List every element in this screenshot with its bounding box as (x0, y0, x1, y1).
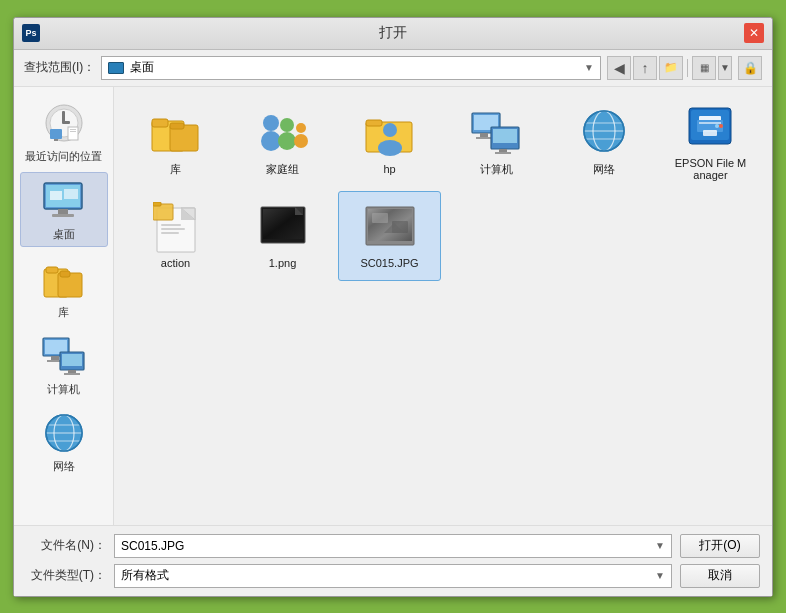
location-dropdown-arrow: ▼ (584, 62, 594, 73)
svg-rect-52 (493, 129, 517, 143)
location-value: 桌面 (130, 59, 578, 76)
file-grid: 库 (114, 87, 772, 525)
svg-rect-85 (372, 213, 388, 223)
close-button[interactable]: ✕ (744, 23, 764, 43)
sidebar-item-library[interactable]: 库 (20, 251, 108, 324)
file-item-jiatingzu[interactable]: 家庭组 (231, 97, 334, 187)
svg-point-41 (296, 123, 306, 133)
location-combobox[interactable]: 桌面 ▼ (101, 56, 601, 80)
svg-rect-13 (58, 209, 68, 214)
file-item-sc015[interactable]: SC015.JPG (338, 191, 441, 281)
file-item-action[interactable]: action (124, 191, 227, 281)
svg-rect-16 (46, 267, 58, 273)
sidebar-item-desktop[interactable]: 桌面 (20, 172, 108, 247)
sidebar-library-icon (40, 255, 88, 303)
svg-rect-76 (153, 202, 161, 206)
jiatingzu-label: 家庭组 (266, 162, 299, 177)
svg-rect-12 (64, 189, 78, 199)
filetype-value: 所有格式 (121, 567, 169, 584)
sidebar-library-label: 库 (58, 305, 69, 320)
file-item-wangluo[interactable]: 网络 (552, 97, 655, 187)
lock-button[interactable]: 🔒 (738, 56, 762, 80)
location-label: 查找范围(I)： (24, 59, 95, 76)
sidebar-desktop-icon (40, 177, 88, 225)
svg-rect-54 (495, 152, 511, 154)
open-button[interactable]: 打开(O) (680, 534, 760, 558)
svg-rect-14 (52, 214, 74, 217)
filename-combobox[interactable]: SC015.JPG ▼ (114, 534, 672, 558)
svg-rect-74 (161, 232, 179, 234)
file-item-computer[interactable]: 计算机 (445, 97, 548, 187)
hp-label: hp (383, 163, 395, 175)
back-button[interactable]: ◀ (607, 56, 631, 80)
filename-row: 文件名(N)： SC015.JPG ▼ 打开(O) (26, 534, 760, 558)
sidebar-item-network[interactable]: 网络 (20, 405, 108, 478)
open-dialog: Ps 打开 ✕ 查找范围(I)： 桌面 ▼ ◀ ↑ 📁 ▦ ▼ 🔒 (13, 17, 773, 597)
svg-rect-53 (499, 149, 507, 152)
file-item-ku[interactable]: 库 (124, 97, 227, 187)
sidebar-item-recent[interactable]: 最近访问的位置 (20, 95, 108, 168)
svg-point-40 (278, 132, 296, 150)
sidebar-item-computer[interactable]: 计算机 (20, 328, 108, 401)
svg-rect-18 (60, 271, 70, 277)
desktop-monitor-icon (108, 62, 124, 74)
file-item-hp[interactable]: hp (338, 97, 441, 187)
svg-rect-4 (50, 129, 62, 139)
action-label: action (161, 257, 190, 269)
svg-point-42 (294, 134, 308, 148)
svg-rect-36 (170, 123, 184, 129)
network-file-label: 网络 (593, 162, 615, 177)
action-icon (150, 202, 202, 254)
ku-label: 库 (170, 162, 181, 177)
view-dropdown-button[interactable]: ▼ (718, 56, 732, 80)
sidebar-recent-label: 最近访问的位置 (25, 149, 102, 164)
filetype-combobox[interactable]: 所有格式 ▼ (114, 564, 672, 588)
sc015-icon (364, 202, 416, 254)
sidebar-desktop-label: 桌面 (53, 227, 75, 242)
ps-app-icon: Ps (22, 24, 40, 42)
sidebar-recent-icon (40, 99, 88, 147)
svg-rect-65 (699, 122, 721, 124)
svg-rect-25 (68, 370, 76, 373)
toolbar-buttons: ◀ ↑ 📁 ▦ ▼ (607, 56, 732, 80)
ku-icon (150, 107, 202, 159)
svg-rect-5 (54, 139, 58, 141)
svg-point-45 (383, 123, 397, 137)
toolbar-separator (687, 59, 688, 77)
svg-rect-11 (50, 191, 62, 200)
filetype-label: 文件类型(T)： (26, 567, 106, 584)
svg-rect-73 (161, 228, 185, 230)
sidebar-network-label: 网络 (53, 459, 75, 474)
sidebar-network-icon (40, 409, 88, 457)
file-item-epson[interactable]: EPSON File Manager (659, 97, 762, 187)
toolbar: 查找范围(I)： 桌面 ▼ ◀ ↑ 📁 ▦ ▼ 🔒 (14, 50, 772, 87)
svg-point-46 (378, 140, 402, 156)
svg-rect-66 (703, 130, 717, 136)
view-button[interactable]: ▦ (692, 56, 716, 80)
main-area: 库 (114, 87, 772, 525)
svg-rect-3 (62, 121, 70, 124)
svg-rect-21 (51, 356, 59, 360)
filetype-dropdown-arrow: ▼ (655, 570, 665, 581)
up-button[interactable]: ↑ (633, 56, 657, 80)
svg-rect-49 (480, 133, 488, 137)
computer-file-label: 计算机 (480, 162, 513, 177)
jiatingzu-icon (257, 107, 309, 159)
new-folder-button[interactable]: 📁 (659, 56, 683, 80)
1png-icon (257, 202, 309, 254)
sidebar: 最近访问的位置 桌面 (14, 87, 114, 525)
filename-label: 文件名(N)： (26, 537, 106, 554)
computer-file-icon (471, 107, 523, 159)
svg-rect-8 (70, 131, 76, 132)
svg-rect-6 (68, 127, 78, 140)
dialog-title: 打开 (379, 24, 407, 42)
1png-label: 1.png (269, 257, 297, 269)
cancel-button[interactable]: 取消 (680, 564, 760, 588)
footer-area: 文件名(N)： SC015.JPG ▼ 打开(O) 文件类型(T)： 所有格式 … (14, 525, 772, 596)
title-bar: Ps 打开 ✕ (14, 18, 772, 50)
sc015-label: SC015.JPG (360, 257, 418, 269)
sidebar-computer-label: 计算机 (47, 382, 80, 397)
filename-dropdown-arrow: ▼ (655, 540, 665, 551)
file-item-1png[interactable]: 1.png (231, 191, 334, 281)
svg-rect-72 (161, 224, 181, 226)
